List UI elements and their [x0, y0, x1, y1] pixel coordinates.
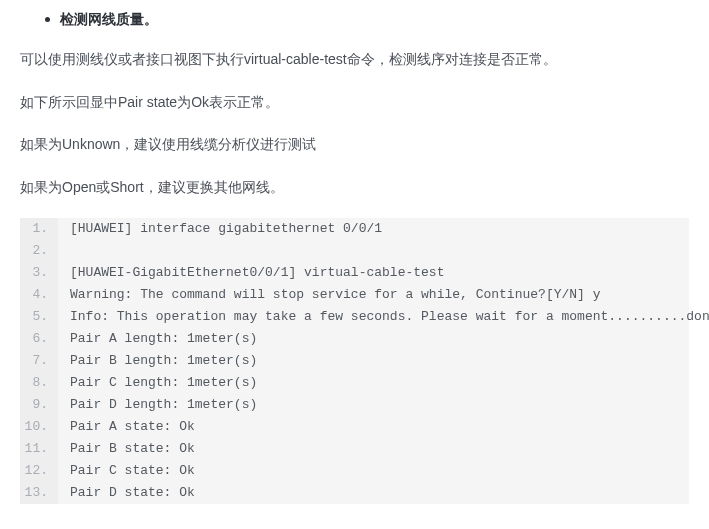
paragraph: 可以使用测线仪或者接口视图下执行virtual-cable-test命令，检测线… [20, 48, 689, 70]
bullet-icon [45, 17, 50, 22]
code-line: 5. Info: This operation may take a few s… [20, 306, 689, 328]
code-text: Pair B state: Ok [58, 438, 689, 460]
line-number: 9. [20, 394, 58, 416]
code-line: 11. Pair B state: Ok [20, 438, 689, 460]
code-text: Info: This operation may take a few seco… [58, 306, 709, 328]
code-text: Warning: The command will stop service f… [58, 284, 689, 306]
code-line: 13. Pair D state: Ok [20, 482, 689, 504]
page: 检测网线质量。 可以使用测线仪或者接口视图下执行virtual-cable-te… [0, 0, 709, 514]
code-block: 1. [HUAWEI] interface gigabitethernet 0/… [20, 218, 689, 504]
code-line: 1. [HUAWEI] interface gigabitethernet 0/… [20, 218, 689, 240]
line-number: 13. [20, 482, 58, 504]
code-text: [HUAWEI] interface gigabitethernet 0/0/1 [58, 218, 689, 240]
line-number: 10. [20, 416, 58, 438]
code-text: Pair A length: 1meter(s) [58, 328, 689, 350]
code-line: 12. Pair C state: Ok [20, 460, 689, 482]
code-text: [HUAWEI-GigabitEthernet0/0/1] virtual-ca… [58, 262, 689, 284]
line-number: 4. [20, 284, 58, 306]
line-number: 3. [20, 262, 58, 284]
line-number: 6. [20, 328, 58, 350]
line-number: 12. [20, 460, 58, 482]
code-text: Pair C length: 1meter(s) [58, 372, 689, 394]
line-number: 5. [20, 306, 58, 328]
line-number: 8. [20, 372, 58, 394]
code-line: 8. Pair C length: 1meter(s) [20, 372, 689, 394]
code-line: 9. Pair D length: 1meter(s) [20, 394, 689, 416]
line-number: 2. [20, 240, 58, 262]
paragraph: 如下所示回显中Pair state为Ok表示正常。 [20, 91, 689, 113]
paragraph: 如果为Open或Short，建议更换其他网线。 [20, 176, 689, 198]
line-number: 1. [20, 218, 58, 240]
code-text: Pair A state: Ok [58, 416, 689, 438]
code-text: Pair C state: Ok [58, 460, 689, 482]
code-line: 6. Pair A length: 1meter(s) [20, 328, 689, 350]
code-text: Pair D length: 1meter(s) [58, 394, 689, 416]
code-line: 10. Pair A state: Ok [20, 416, 689, 438]
code-text [58, 240, 689, 262]
line-number: 11. [20, 438, 58, 460]
code-text: Pair D state: Ok [58, 482, 689, 504]
code-line: 4. Warning: The command will stop servic… [20, 284, 689, 306]
code-line: 3. [HUAWEI-GigabitEthernet0/0/1] virtual… [20, 262, 689, 284]
section-heading: 检测网线质量。 [20, 8, 689, 30]
heading-text: 检测网线质量。 [60, 8, 158, 30]
paragraph: 如果为Unknown，建议使用线缆分析仪进行测试 [20, 133, 689, 155]
code-text: Pair B length: 1meter(s) [58, 350, 689, 372]
code-line: 2. [20, 240, 689, 262]
code-line: 7. Pair B length: 1meter(s) [20, 350, 689, 372]
line-number: 7. [20, 350, 58, 372]
